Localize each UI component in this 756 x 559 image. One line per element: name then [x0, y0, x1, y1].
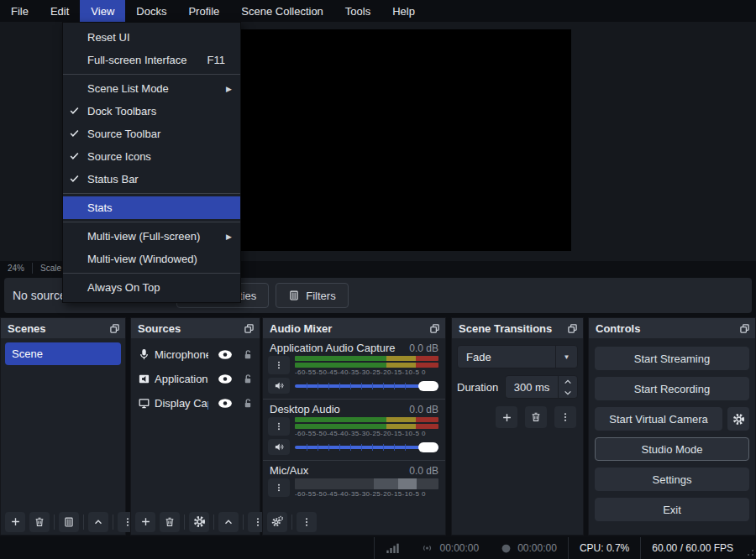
channel-options-button[interactable] — [268, 478, 290, 497]
source-row-microphone[interactable]: Microphone — [131, 342, 260, 367]
visibility-eye-icon[interactable] — [218, 374, 233, 384]
popout-icon[interactable] — [429, 323, 440, 334]
add-scene-button[interactable] — [5, 512, 25, 532]
controls-dock-header[interactable]: Controls — [589, 318, 755, 338]
filters-button[interactable]: Filters — [276, 283, 348, 308]
start-recording-button[interactable]: Start Recording — [595, 377, 749, 400]
slider-handle[interactable] — [418, 442, 438, 452]
duration-spinner[interactable]: 300 ms — [505, 375, 578, 399]
mute-speaker-button[interactable] — [268, 378, 290, 394]
sources-dock: Sources Microphone — [130, 317, 260, 535]
scenes-toolbar — [1, 509, 125, 535]
menu-docks[interactable]: Docks — [125, 0, 177, 22]
move-source-up-button[interactable] — [218, 512, 239, 532]
record-icon — [501, 543, 512, 554]
checkmark-icon — [69, 173, 80, 184]
popout-icon[interactable] — [109, 323, 120, 334]
popout-icon[interactable] — [244, 323, 255, 334]
advanced-audio-button[interactable] — [267, 512, 287, 532]
checkmark-icon — [69, 150, 80, 161]
popout-icon[interactable] — [739, 323, 750, 334]
start-streaming-button[interactable]: Start Streaming — [595, 347, 749, 370]
scene-transitions-dock: Scene Transitions Fade ▼ Duration 300 ms — [451, 317, 584, 535]
scenes-dock-header[interactable]: Scenes — [1, 318, 125, 338]
menu-profile[interactable]: Profile — [177, 0, 230, 22]
transition-more-button[interactable] — [554, 406, 576, 428]
menu-scene-collection[interactable]: Scene Collection — [230, 0, 334, 22]
menu-item-reset-ui[interactable]: Reset UI — [63, 26, 240, 49]
add-source-button[interactable] — [135, 512, 155, 532]
exit-button[interactable]: Exit — [595, 498, 749, 521]
channel-name: Application Audio Capture — [270, 342, 396, 354]
add-transition-button[interactable] — [496, 406, 517, 428]
popout-icon[interactable] — [567, 323, 578, 334]
checkmark-icon — [69, 105, 80, 116]
channel-db-value: 0.0 dB — [409, 342, 438, 354]
zoom-level-label: 24% — [0, 264, 32, 273]
menu-item-always-on-top[interactable]: Always On Top — [63, 276, 240, 299]
channel-name: Desktop Audio — [270, 403, 340, 415]
submenu-arrow-icon: ▶ — [226, 232, 234, 241]
menu-item-stats[interactable]: Stats — [63, 196, 240, 219]
menu-help[interactable]: Help — [381, 0, 426, 22]
signal-bars-icon — [386, 542, 399, 554]
sources-dock-header[interactable]: Sources — [131, 318, 260, 338]
mixer-channels: Application Audio Capture 0.0 dB -60-55-… — [263, 338, 445, 509]
meter-bar — [295, 478, 438, 489]
scene-list-item[interactable]: Scene — [5, 342, 121, 365]
menu-bar: File Edit View Docks Profile Scene Colle… — [0, 0, 756, 22]
menu-item-source-toolbar[interactable]: Source Toolbar — [63, 123, 240, 145]
scene-transitions-dock-header[interactable]: Scene Transitions — [452, 318, 583, 338]
volume-slider[interactable] — [295, 380, 438, 392]
lock-icon[interactable] — [242, 348, 254, 361]
remove-source-button[interactable] — [160, 512, 180, 532]
menu-item-dock-toolbars[interactable]: Dock Toolbars — [63, 100, 240, 123]
visibility-eye-icon[interactable] — [218, 349, 233, 360]
transition-select[interactable]: Fade ▼ — [457, 345, 578, 368]
channel-options-button[interactable] — [268, 356, 290, 374]
menu-edit[interactable]: Edit — [39, 0, 80, 22]
mixer-more-button[interactable] — [297, 512, 317, 532]
lock-icon[interactable] — [242, 373, 254, 385]
menu-item-multiview-fullscreen[interactable]: Multi-view (Full-screen) ▶ — [63, 225, 240, 248]
controls-dock-title: Controls — [596, 322, 640, 335]
shortcut-label: F11 — [207, 54, 234, 66]
studio-mode-button[interactable]: Studio Mode — [595, 437, 749, 461]
preview-canvas[interactable] — [241, 29, 571, 251]
virtual-camera-config-button[interactable] — [727, 407, 749, 431]
menu-item-scene-list-mode[interactable]: Scene List Mode ▶ — [63, 77, 240, 100]
menu-item-status-bar[interactable]: Status Bar — [63, 168, 240, 191]
mute-speaker-button[interactable] — [268, 439, 290, 455]
remove-transition-button[interactable] — [525, 406, 547, 428]
source-row-application-audio[interactable]: Application Audio Capture — [131, 367, 260, 391]
meter-scale: -60-55-50-45-40-35-30-25-20-15-10-5 0 — [295, 490, 438, 498]
menu-file[interactable]: File — [0, 0, 39, 22]
resize-grip[interactable] — [744, 537, 756, 559]
audio-mixer-dock-header[interactable]: Audio Mixer — [263, 318, 445, 338]
settings-button[interactable]: Settings — [595, 468, 749, 491]
menu-view[interactable]: View — [80, 0, 125, 22]
slider-handle[interactable] — [418, 381, 438, 391]
audio-mixer-dock: Audio Mixer Application Audio Capture 0.… — [262, 317, 446, 535]
visibility-eye-icon[interactable] — [218, 398, 233, 409]
menu-item-multiview-windowed[interactable]: Multi-view (Windowed) — [63, 248, 240, 270]
start-virtual-camera-button[interactable]: Start Virtual Camera — [595, 407, 722, 431]
source-row-display-capture[interactable]: Display Capture — [131, 391, 260, 415]
spinner-up-button[interactable] — [559, 376, 577, 387]
remove-scene-button[interactable] — [29, 512, 50, 532]
controls-body: Start Streaming Start Recording Start Vi… — [589, 338, 755, 535]
meter-bar — [295, 424, 438, 429]
lock-icon[interactable] — [242, 397, 254, 410]
microphone-icon — [138, 348, 150, 361]
menu-tools[interactable]: Tools — [334, 0, 381, 22]
meter-bar — [295, 363, 438, 368]
volume-slider[interactable] — [295, 441, 438, 453]
menu-item-source-icons[interactable]: Source Icons — [63, 145, 240, 168]
source-properties-button[interactable] — [189, 512, 209, 532]
menu-item-fullscreen-interface[interactable]: Full-screen Interface F11 — [63, 49, 240, 71]
spinner-down-button[interactable] — [559, 387, 577, 398]
scene-filters-button[interactable] — [59, 512, 79, 532]
move-scene-up-button[interactable] — [88, 512, 108, 532]
channel-options-button[interactable] — [268, 417, 290, 436]
sources-toolbar — [131, 509, 260, 535]
